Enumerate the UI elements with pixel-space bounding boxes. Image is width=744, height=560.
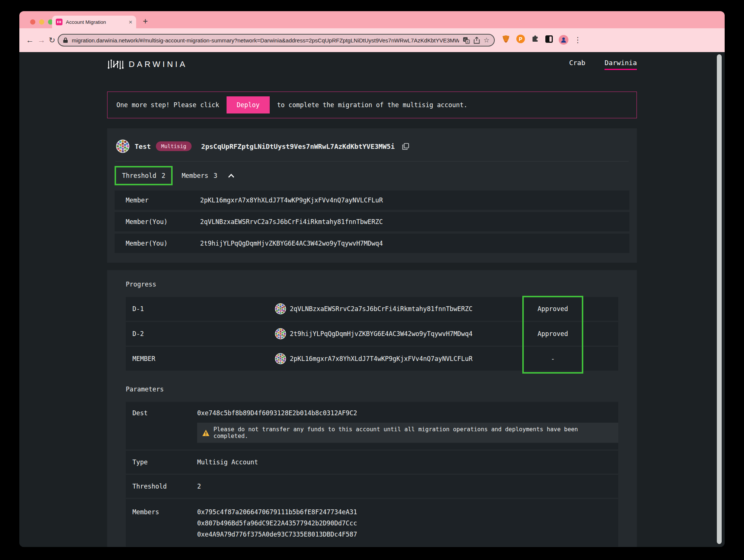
identicon-avatar [275, 303, 286, 314]
tab-title: Account Migration [66, 19, 125, 25]
alert-text-before: One more step! Please click [116, 101, 219, 109]
page-content: DARWINIA Crab Darwinia One more step! Pl… [19, 52, 725, 547]
progress-address: 2t9hijYLPqQgDqmHjvZKBYG6E4AC3W42wo9yTqyw… [290, 330, 472, 337]
url-bar[interactable]: migration.darwinia.network/#/multisig-ac… [58, 34, 495, 47]
copy-address-icon[interactable] [402, 143, 409, 150]
param-member-address: 0xe4A9A79d776f375A0de93C7335E8013DBDc4F5… [197, 529, 357, 540]
member-address: 2qVLNBzxaEWSRrvC2a7sJ6bCrFi4iRkmtahy81fn… [200, 218, 383, 225]
new-tab-button[interactable]: + [143, 16, 148, 26]
browser-toolbar: ← → ↻ migration.darwinia.network/#/multi… [19, 28, 725, 52]
progress-account: 2qVLNBzxaEWSRrvC2a7sJ6bCrFi4iRkmtahy81fn… [275, 303, 523, 314]
param-row-dest: Dest 0xe748c5bf8b89D4f6093128E2b014b8c03… [126, 402, 618, 449]
svg-text:A: A [466, 40, 469, 44]
deploy-alert-banner: One more step! Please click Deploy to co… [107, 92, 637, 118]
param-value: 2 [197, 483, 201, 490]
members-toggle[interactable]: Members 3 [182, 172, 235, 179]
translate-icon[interactable]: GA [463, 37, 470, 44]
progress-title: Progress [126, 281, 618, 288]
progress-row-label: MEMBER [132, 355, 275, 362]
progress-row: D-2 2t9hijYLPqQgDqmHjvZKBYG6E4AC3W42wo9y… [126, 322, 618, 346]
account-identicon [116, 140, 129, 153]
deploy-button[interactable]: Deploy [227, 96, 269, 113]
dest-warning: Please do not transfer any funds to this… [197, 423, 618, 443]
site-favicon [56, 19, 62, 25]
account-summary-row: Test Multisig 2psCqUpRFZptgLNiDtUyst9Ves… [115, 136, 629, 157]
reload-icon[interactable]: ↻ [49, 35, 55, 45]
progress-address: 2pKL16mgxrA7x8YhXLdJ7T4wKP9gKjxFVv4nQ7ay… [290, 355, 472, 362]
parameters-title: Parameters [126, 385, 618, 393]
threshold-label: Threshold [122, 172, 156, 179]
account-address: 2psCqUpRFZptgLNiDtUyst9Ves7nWRwL7AzKdKbt… [201, 143, 395, 150]
identicon-avatar [275, 328, 286, 339]
progress-row: D-1 2qVLNBzxaEWSRrvC2a7sJ6bCrFi4iRkmtahy… [126, 297, 618, 321]
darwinia-logo[interactable]: DARWINIA [107, 59, 187, 70]
progress-status: - [523, 355, 582, 362]
nav-item-darwinia[interactable]: Darwinia [604, 59, 637, 70]
lock-icon [63, 37, 68, 43]
param-member-address: 0x807b496Bd5fa96dC9E22A43577942b2D90Dd7C… [197, 518, 357, 529]
forward-icon[interactable]: → [38, 35, 45, 45]
tab-account-migration[interactable]: Account Migration × [52, 16, 136, 28]
share-icon[interactable] [474, 37, 480, 44]
member-row: Member(You) 2qVLNBzxaEWSRrvC2a7sJ6bCrFi4… [115, 212, 629, 231]
progress-row-label: D-2 [132, 330, 275, 337]
polkadot-extension-icon[interactable]: P [516, 34, 525, 45]
progress-table: D-1 2qVLNBzxaEWSRrvC2a7sJ6bCrFi4iRkmtahy… [126, 297, 618, 371]
account-card: Test Multisig 2psCqUpRFZptgLNiDtUyst9Ves… [107, 128, 637, 263]
param-label: Dest [132, 409, 197, 417]
nav-item-crab[interactable]: Crab [569, 59, 585, 70]
progress-row: MEMBER 2pKL16mgxrA7x8YhXLdJ7T4wKP9gKjxFV… [126, 347, 618, 371]
bookmark-star-icon[interactable]: ☆ [484, 37, 490, 44]
member-row: Member(You) 2t9hijYLPqQgDqmHjvZKBYG6E4AC… [115, 234, 629, 253]
member-address: 2pKL16mgxrA7x8YhXLdJ7T4wKP9gKjxFVv4nQ7ay… [200, 196, 383, 204]
url-text[interactable]: migration.darwinia.network/#/multisig-ac… [72, 37, 459, 44]
back-icon[interactable]: ← [26, 35, 34, 45]
close-window-button[interactable] [30, 19, 35, 25]
account-name: Test [135, 143, 151, 150]
threshold-value: 2 [161, 172, 165, 179]
multisig-badge: Multisig [156, 141, 191, 151]
metamask-icon[interactable] [501, 35, 510, 45]
member-role-label: Member(You) [126, 240, 200, 247]
browser-window: Account Migration × + ← → ↻ migration.da… [19, 11, 725, 547]
scrollbar-thumb[interactable] [717, 54, 722, 544]
param-member-address: 0x795c4f87a2066470679111b5b6fE8F247734eA… [197, 506, 357, 518]
threshold-members-row: Threshold 2 Members 3 [115, 166, 629, 185]
progress-account: 2pKL16mgxrA7x8YhXLdJ7T4wKP9gKjxFVv4nQ7ay… [275, 353, 523, 364]
identicon-avatar [275, 353, 286, 364]
parameters-table: Dest 0xe748c5bf8b89D4f6093128E2b014b8c03… [126, 402, 618, 547]
progress-address: 2qVLNBzxaEWSRrvC2a7sJ6bCrFi4iRkmtahy81fn… [290, 305, 472, 313]
param-value: Multisig Account [197, 458, 258, 466]
member-address: 2t9hijYLPqQgDqmHjvZKBYG6E4AC3W42wo9yTqyw… [200, 240, 383, 247]
migration-detail-card: Progress D-1 2qVLNBzxaEWSRrvC2a7sJ6bCrFi… [107, 270, 637, 547]
extensions-puzzle-icon[interactable] [531, 35, 539, 45]
members-label: Members [182, 172, 208, 179]
progress-status: Approved [523, 305, 582, 313]
param-label: Members [132, 506, 197, 518]
tab-close-icon[interactable]: × [129, 19, 132, 25]
minimize-window-button[interactable] [39, 19, 44, 25]
account-divider [115, 161, 629, 161]
members-count: 3 [214, 172, 217, 179]
member-role-label: Member [126, 196, 200, 204]
profile-avatar[interactable] [559, 35, 568, 45]
warning-text: Please do not transfer any funds to this… [214, 426, 613, 439]
browser-menu-icon[interactable]: ⋮ [574, 35, 581, 44]
network-nav: Crab Darwinia [569, 59, 637, 70]
chevron-up-icon[interactable] [228, 173, 235, 178]
param-row-threshold: Threshold 2 [126, 475, 618, 498]
darwinia-logo-icon [107, 59, 124, 70]
extensions-row: P ⋮ [501, 34, 581, 45]
svg-text:P: P [519, 36, 522, 42]
tab-strip: Account Migration × + [19, 11, 725, 28]
progress-account: 2t9hijYLPqQgDqmHjvZKBYG6E4AC3W42wo9yTqyw… [275, 328, 523, 339]
alert-text-after: to complete the migration of the multisi… [277, 101, 468, 109]
progress-status: Approved [523, 330, 582, 337]
member-row: Member 2pKL16mgxrA7x8YhXLdJ7T4wKP9gKjxFV… [115, 191, 629, 210]
member-role-label: Member(You) [126, 218, 200, 225]
param-row-type: Type Multisig Account [126, 451, 618, 474]
param-label: Type [132, 458, 197, 466]
dest-address: 0xe748c5bf8b89D4f6093128E2b014b8c0312AF9… [197, 409, 618, 417]
param-row-members: Members 0x795c4f87a2066470679111b5b6fE8F… [126, 499, 618, 547]
sidepanel-icon[interactable] [545, 35, 553, 45]
